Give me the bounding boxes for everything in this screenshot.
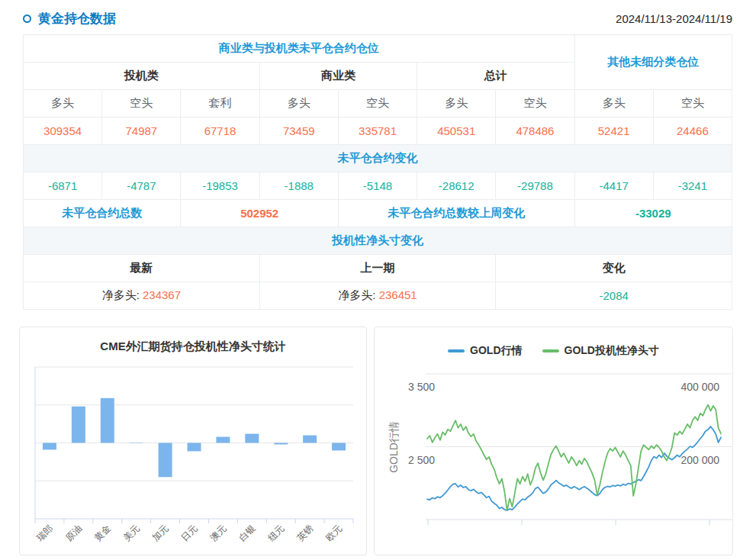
total-value: 502952 bbox=[181, 200, 338, 227]
net-prev-value: 236451 bbox=[379, 288, 417, 301]
header-main: 商业类与投机类未平仓合约仓位 bbox=[24, 35, 575, 63]
net-change-value: -2084 bbox=[496, 282, 732, 310]
svg-text:400 000: 400 000 bbox=[680, 381, 719, 393]
holdings-table: 商业类与投机类未平仓合约仓位 其他未细分类仓位 投机类 商业类 总计 多头 空头… bbox=[23, 34, 732, 310]
position-value: 74987 bbox=[102, 117, 181, 145]
charts-row: CME外汇期货持仓投机性净头寸统计 瑞郎原油黄金美元加元日元澳元白银纽元英镑欧元… bbox=[19, 327, 756, 555]
position-value: 52421 bbox=[574, 117, 653, 145]
table-row: 净多头: 234367 净多头: 236451 -2084 bbox=[24, 282, 732, 310]
bar-category-label: 澳元 bbox=[208, 523, 229, 543]
bar-category-label: 瑞郎 bbox=[34, 523, 55, 543]
col-header: 空头 bbox=[653, 90, 732, 117]
net-latest-value: 234367 bbox=[143, 288, 181, 301]
change-value: -28612 bbox=[417, 172, 496, 200]
change-value: -3241 bbox=[653, 172, 732, 200]
svg-text:GOLD行情: GOLD行情 bbox=[388, 421, 400, 473]
position-value: 67718 bbox=[181, 117, 259, 145]
total-label: 未平仓合约总数 bbox=[24, 200, 181, 227]
page-header: 黄金持仓数据 2024/11/13-2024/11/19 bbox=[23, 10, 732, 27]
bar-category-label: 白银 bbox=[237, 523, 258, 543]
change-value: -6871 bbox=[24, 172, 102, 200]
bar-chart-panel: CME外汇期货持仓投机性净头寸统计 瑞郎原油黄金美元加元日元澳元白银纽元英镑欧元 bbox=[19, 327, 367, 555]
position-value: 309354 bbox=[24, 117, 102, 145]
position-value: 478486 bbox=[496, 117, 574, 145]
circle-bullet-icon bbox=[23, 14, 31, 23]
change-value: -29788 bbox=[496, 172, 574, 200]
col-header: 空头 bbox=[496, 90, 574, 117]
col-header: 多头 bbox=[259, 90, 338, 117]
table-row: 商业类与投机类未平仓合约仓位 其他未细分类仓位 bbox=[24, 35, 732, 63]
table-row: 未平仓合约总数 502952 未平仓合约总数较上周变化 -33029 bbox=[24, 200, 732, 227]
position-value: 335781 bbox=[338, 117, 417, 145]
week-change-value: -33029 bbox=[574, 200, 732, 227]
table-row: 未平仓合约变化 bbox=[24, 145, 732, 172]
change-value: -5148 bbox=[338, 172, 417, 200]
group-commercial: 商业类 bbox=[259, 63, 417, 90]
position-value: 24466 bbox=[653, 117, 732, 145]
position-value: 73459 bbox=[259, 117, 338, 145]
net-col-previous: 上一期 bbox=[259, 255, 496, 282]
net-prev-label: 净多头: bbox=[338, 288, 375, 301]
svg-text:3 500: 3 500 bbox=[408, 381, 435, 393]
bar-category-label: 黄金 bbox=[92, 523, 113, 543]
col-header: 多头 bbox=[24, 90, 102, 117]
net-prev-cell: 净多头: 236451 bbox=[259, 282, 496, 310]
date-range: 2024/11/13-2024/11/19 bbox=[616, 12, 732, 25]
col-header: 多头 bbox=[417, 90, 496, 117]
line-chart-svg[interactable]: 3 5002 500400 000200 000GOLD行情 bbox=[375, 327, 732, 555]
bar-category-label: 纽元 bbox=[265, 523, 287, 544]
group-total: 总计 bbox=[417, 63, 574, 90]
table-row: 投机性净头寸变化 bbox=[24, 227, 732, 255]
col-header: 空头 bbox=[338, 90, 417, 117]
svg-text:200 000: 200 000 bbox=[680, 454, 719, 466]
bar-category-label: 英镑 bbox=[294, 523, 315, 543]
line-chart-panel: GOLD行情 GOLD投机性净头寸 3 5002 500400 000200 0… bbox=[374, 327, 733, 555]
header-other: 其他未细分类仓位 bbox=[574, 35, 732, 90]
net-latest-label: 净多头: bbox=[102, 288, 140, 301]
table-row: 最新 上一期 变化 bbox=[24, 255, 732, 282]
table-row: -6871 -4787 -19853 -1888 -5148 -28612 -2… bbox=[24, 172, 732, 200]
table-row: 309354 74987 67718 73459 335781 450531 4… bbox=[24, 117, 732, 145]
group-speculative: 投机类 bbox=[24, 63, 260, 90]
change-value: -19853 bbox=[181, 172, 259, 200]
page-title: 黄金持仓数据 bbox=[38, 10, 116, 27]
net-col-change: 变化 bbox=[496, 255, 732, 282]
bar-chart-svg[interactable]: 瑞郎原油黄金美元加元日元澳元白银纽元英镑欧元 bbox=[20, 327, 366, 555]
col-header: 空头 bbox=[102, 90, 181, 117]
bar-category-label: 日元 bbox=[179, 523, 200, 543]
change-value: -4417 bbox=[574, 172, 653, 200]
week-change-label: 未平仓合约总数较上周变化 bbox=[338, 200, 574, 227]
net-latest-cell: 净多头: 234367 bbox=[24, 282, 260, 310]
bar-category-label: 美元 bbox=[121, 523, 142, 543]
svg-text:2 500: 2 500 bbox=[408, 454, 435, 466]
col-header: 多头 bbox=[574, 90, 653, 117]
section-header-net: 投机性净头寸变化 bbox=[24, 227, 732, 255]
table-row: 多头 空头 套利 多头 空头 多头 空头 多头 空头 bbox=[24, 90, 732, 117]
section-header-change: 未平仓合约变化 bbox=[24, 145, 732, 172]
bar-category-label: 加元 bbox=[150, 523, 171, 543]
bar-category-label: 欧元 bbox=[323, 523, 344, 543]
change-value: -1888 bbox=[259, 172, 338, 200]
position-value: 450531 bbox=[417, 117, 496, 145]
change-value: -4787 bbox=[102, 172, 181, 200]
bar-category-label: 原油 bbox=[63, 523, 84, 543]
net-col-latest: 最新 bbox=[24, 255, 260, 282]
col-header: 套利 bbox=[181, 90, 259, 117]
